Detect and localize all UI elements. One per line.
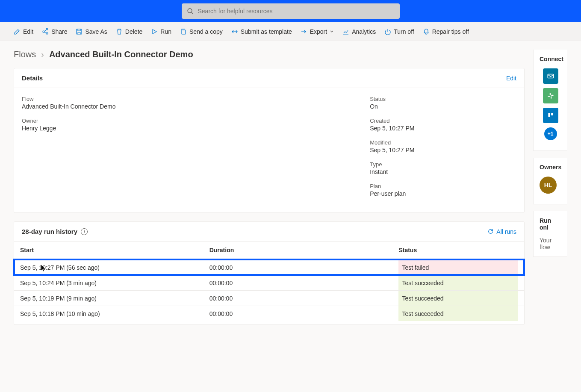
run-start: Sep 5, 10:18 PM (10 min ago) — [20, 310, 209, 317]
connections-card: Connect +1 — [533, 50, 567, 151]
page-title: Advanced Built-In Connector Demo — [49, 50, 193, 59]
mail-connection-icon[interactable] — [543, 68, 558, 84]
svg-rect-7 — [548, 96, 550, 97]
search-input[interactable] — [198, 8, 395, 15]
share-button[interactable]: Share — [42, 28, 67, 35]
pencil-icon — [14, 28, 21, 35]
run-row[interactable]: Sep 5, 10:24 PM (3 min ago)00:00:00Test … — [14, 275, 524, 290]
run-start: Sep 5, 10:27 PM (56 sec ago) — [20, 264, 209, 271]
modified-label: Modified — [370, 139, 516, 146]
run-button[interactable]: Run — [151, 28, 171, 35]
details-edit-link[interactable]: Edit — [506, 75, 516, 82]
plan-value: Per-user plan — [370, 190, 516, 197]
send-copy-button[interactable]: Send a copy — [180, 28, 223, 35]
play-icon — [151, 28, 158, 35]
app-header — [0, 0, 581, 22]
search-box[interactable] — [182, 3, 400, 19]
run-history-title: 28-day run history i — [22, 228, 88, 235]
run-row[interactable]: Sep 5, 10:18 PM (10 min ago)00:00:00Test… — [14, 306, 524, 321]
svg-rect-3 — [182, 30, 186, 34]
template-icon — [231, 28, 238, 35]
more-connections-badge[interactable]: +1 — [544, 127, 557, 140]
analytics-button[interactable]: Analytics — [342, 28, 376, 35]
info-icon[interactable]: i — [81, 228, 88, 235]
col-duration[interactable]: Duration — [209, 247, 399, 253]
command-bar: Edit Share Save As Delete Run Send a cop… — [0, 22, 581, 41]
export-icon — [301, 28, 307, 35]
save-icon — [76, 28, 83, 35]
run-status: Test failed — [398, 260, 518, 275]
type-label: Type — [370, 161, 516, 168]
run-duration: 00:00:00 — [209, 310, 399, 317]
svg-line-1 — [192, 12, 193, 14]
svg-rect-9 — [548, 113, 550, 117]
svg-point-0 — [188, 9, 192, 13]
run-history-card: 28-day run history i All runs Start Dura… — [14, 221, 525, 325]
all-runs-link[interactable]: All runs — [487, 228, 516, 235]
share-icon — [42, 28, 49, 35]
breadcrumb: Flows › Advanced Built-In Connector Demo — [14, 50, 525, 59]
chevron-down-icon — [330, 29, 334, 34]
search-icon — [187, 8, 194, 15]
run-only-text: Your flow — [540, 237, 561, 251]
run-only-card: Run onl Your flow — [533, 211, 567, 257]
type-value: Instant — [370, 168, 516, 175]
table-header: Start Duration Status — [14, 242, 524, 259]
submit-template-button[interactable]: Submit as template — [231, 28, 292, 35]
owner-value: Henry Legge — [22, 125, 344, 132]
run-status: Test succeeded — [398, 306, 518, 321]
trello-connection-icon[interactable] — [543, 108, 558, 123]
repair-tips-button[interactable]: Repair tips off — [423, 28, 469, 35]
power-icon — [384, 28, 391, 35]
run-row[interactable]: Sep 5, 10:27 PM (56 sec ago)00:00:00Test… — [14, 259, 524, 275]
created-label: Created — [370, 118, 516, 124]
run-only-title: Run onl — [540, 217, 561, 231]
status-label: Status — [370, 96, 516, 102]
run-duration: 00:00:00 — [209, 295, 399, 302]
copy-icon — [180, 28, 187, 35]
flow-value: Advanced Built-In Connector Demo — [22, 103, 344, 110]
breadcrumb-root[interactable]: Flows — [14, 50, 36, 59]
slack-connection-icon[interactable] — [543, 88, 558, 103]
chevron-right-icon: › — [41, 50, 44, 59]
flow-label: Flow — [22, 96, 344, 102]
refresh-icon — [487, 228, 494, 235]
svg-rect-6 — [551, 96, 552, 99]
owner-avatar[interactable]: HL — [540, 177, 557, 194]
run-duration: 00:00:00 — [209, 264, 399, 271]
owner-label: Owner — [22, 118, 344, 124]
turn-off-button[interactable]: Turn off — [384, 28, 414, 35]
status-value: On — [370, 103, 516, 110]
col-start[interactable]: Start — [20, 247, 209, 253]
run-row[interactable]: Sep 5, 10:19 PM (9 min ago)00:00:00Test … — [14, 290, 524, 306]
plan-label: Plan — [370, 183, 516, 189]
trash-icon — [116, 28, 123, 35]
export-button[interactable]: Export — [301, 28, 334, 35]
svg-rect-4 — [548, 74, 554, 78]
chart-icon — [342, 28, 349, 35]
created-value: Sep 5, 10:27 PM — [370, 125, 516, 132]
owners-title: Owners — [540, 164, 561, 171]
svg-rect-8 — [551, 95, 554, 96]
svg-rect-10 — [551, 113, 553, 115]
edit-button[interactable]: Edit — [14, 28, 33, 35]
details-card: Details Edit Flow Advanced Built-In Conn… — [14, 68, 525, 213]
svg-rect-2 — [77, 29, 82, 34]
connections-title: Connect — [540, 56, 561, 62]
delete-button[interactable]: Delete — [116, 28, 142, 35]
run-status: Test succeeded — [398, 275, 518, 290]
svg-rect-5 — [549, 93, 550, 95]
details-title: Details — [22, 74, 43, 82]
modified-value: Sep 5, 10:27 PM — [370, 147, 516, 153]
run-status: Test succeeded — [398, 291, 518, 306]
save-as-button[interactable]: Save As — [76, 28, 107, 35]
run-start: Sep 5, 10:19 PM (9 min ago) — [20, 295, 209, 302]
run-duration: 00:00:00 — [209, 280, 399, 286]
owners-card: Owners HL — [533, 158, 567, 204]
run-start: Sep 5, 10:24 PM (3 min ago) — [20, 280, 209, 286]
col-status[interactable]: Status — [398, 247, 518, 253]
bell-icon — [423, 28, 430, 35]
